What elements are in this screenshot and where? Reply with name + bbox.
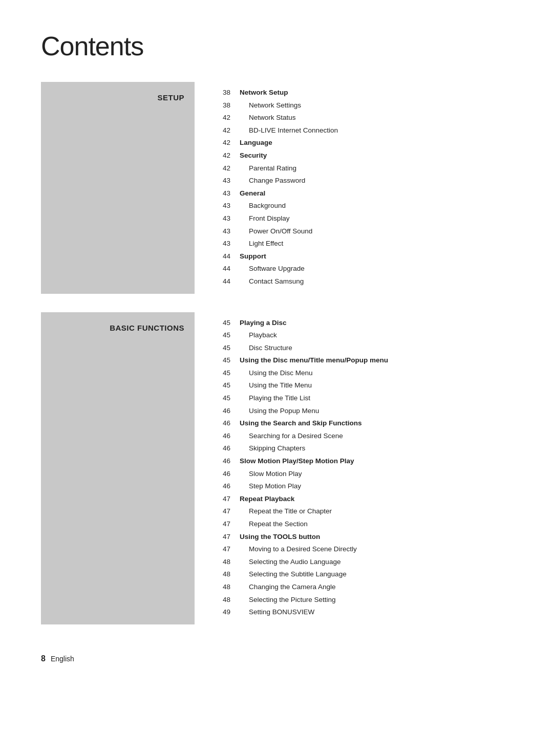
toc-row: 49Setting BONUSVIEW [210, 607, 512, 618]
toc-row: 43Power On/Off Sound [210, 226, 512, 237]
toc-row: 42Language [210, 137, 512, 148]
toc-title: Selecting the Picture Setting [240, 594, 336, 606]
toc-title: Setting BONUSVIEW [240, 607, 314, 618]
section-label-setup: SETUP [157, 91, 184, 102]
toc-title: Power On/Off Sound [240, 226, 312, 237]
toc-title: Contact Samsung [240, 276, 304, 287]
toc-page-number: 43 [210, 213, 230, 224]
toc-title: Change Password [240, 175, 305, 186]
toc-page-number: 48 [210, 556, 230, 568]
toc-row: 48Selecting the Subtitle Language [210, 569, 512, 580]
section-label-col-setup: SETUP [41, 82, 195, 294]
toc-row: 43Light Effect [210, 238, 512, 249]
page-title: Contents [41, 31, 512, 61]
toc-title: Repeat the Section [240, 519, 308, 530]
toc-row: 45Disc Structure [210, 342, 512, 354]
toc-title: Software Upgrade [240, 263, 305, 274]
toc-page-number: 47 [210, 531, 230, 543]
toc-row: 43General [210, 188, 512, 199]
toc-row: 45Playing a Disc [210, 317, 512, 329]
toc-page-number: 47 [210, 519, 230, 530]
toc-title: Skipping Chapters [240, 443, 305, 454]
toc-row: 46Searching for a Desired Scene [210, 430, 512, 442]
toc-title: General [240, 188, 265, 199]
toc-row: 44Software Upgrade [210, 263, 512, 274]
toc-title: Selecting the Audio Language [240, 556, 341, 568]
toc-title: Security [240, 150, 267, 161]
toc-row: 43Front Display [210, 213, 512, 224]
section-content-setup: 38Network Setup38Network Settings42Netwo… [195, 82, 512, 294]
toc-page-number: 48 [210, 569, 230, 580]
toc-row: 46Step Motion Play [210, 481, 512, 492]
toc-row: 42Parental Rating [210, 163, 512, 174]
toc-title: Disc Structure [240, 342, 292, 354]
toc-page-number: 47 [210, 544, 230, 555]
toc-row: 42Network Status [210, 112, 512, 123]
toc-title: Moving to a Desired Scene Directly [240, 544, 357, 555]
toc-title: Using the Disc menu/Title menu/Popup men… [240, 355, 388, 366]
footer: 8 English [41, 649, 512, 663]
toc-row: 38Network Settings [210, 100, 512, 111]
toc-title: Front Display [240, 213, 290, 224]
toc-page-number: 45 [210, 317, 230, 329]
toc-row: 45Playback [210, 330, 512, 341]
toc-title: Using the Disc Menu [240, 368, 313, 379]
toc-title: Selecting the Subtitle Language [240, 569, 347, 580]
toc-row: 42BD-LIVE Internet Connection [210, 125, 512, 136]
toc-row: 43Background [210, 200, 512, 211]
toc-title: Changing the Camera Angle [240, 581, 336, 593]
toc-page-number: 45 [210, 330, 230, 341]
toc-row: 45Using the Disc menu/Title menu/Popup m… [210, 355, 512, 366]
toc-page-number: 46 [210, 418, 230, 429]
toc-page-number: 44 [210, 276, 230, 287]
toc-title: Slow Motion Play [240, 468, 302, 480]
toc-title: Playing the Title List [240, 393, 310, 404]
toc-page-number: 48 [210, 594, 230, 606]
toc-row: 47Repeat the Title or Chapter [210, 506, 512, 517]
toc-page-number: 38 [210, 87, 230, 98]
toc-title: Using the Popup Menu [240, 405, 319, 417]
toc-title: Support [240, 251, 266, 262]
toc-row: 45Playing the Title List [210, 393, 512, 404]
toc-page-number: 46 [210, 481, 230, 492]
toc-title: Network Settings [240, 100, 301, 111]
section-setup: SETUP38Network Setup38Network Settings42… [41, 82, 512, 294]
toc-page-number: 42 [210, 150, 230, 161]
toc-row: 45Using the Disc Menu [210, 368, 512, 379]
section-label-col-basic-functions: BASIC FUNCTIONS [41, 312, 195, 624]
toc-page-number: 46 [210, 405, 230, 417]
section-label-basic-functions: BASIC FUNCTIONS [110, 321, 184, 332]
toc-page-number: 46 [210, 468, 230, 480]
toc-title: Repeat Playback [240, 493, 294, 505]
toc-title: Using the Search and Skip Functions [240, 418, 362, 429]
toc-title: BD-LIVE Internet Connection [240, 125, 338, 136]
toc-title: Step Motion Play [240, 481, 301, 492]
toc-page-number: 45 [210, 342, 230, 354]
toc-page-number: 43 [210, 188, 230, 199]
toc-title: Language [240, 137, 272, 148]
toc-row: 46Using the Popup Menu [210, 405, 512, 417]
toc-page-number: 43 [210, 175, 230, 186]
toc-page-number: 46 [210, 430, 230, 442]
toc-page-number: 43 [210, 200, 230, 211]
toc-row: 46Slow Motion Play [210, 468, 512, 480]
toc-page-number: 45 [210, 355, 230, 366]
toc-title: Network Setup [240, 87, 288, 98]
toc-row: 48Selecting the Picture Setting [210, 594, 512, 606]
toc-page-number: 45 [210, 380, 230, 391]
toc-row: 42Security [210, 150, 512, 161]
toc-row: 45Using the Title Menu [210, 380, 512, 391]
toc-page-number: 49 [210, 607, 230, 618]
toc-page-number: 45 [210, 368, 230, 379]
footer-page-number: 8 [41, 654, 46, 663]
toc-title: Background [240, 200, 286, 211]
toc-title: Network Status [240, 112, 296, 123]
toc-page-number: 42 [210, 137, 230, 148]
toc-page-number: 47 [210, 493, 230, 505]
toc-page-number: 46 [210, 443, 230, 454]
section-content-basic-functions: 45Playing a Disc45Playback45Disc Structu… [195, 312, 512, 624]
toc-row: 44Contact Samsung [210, 276, 512, 287]
toc-page-number: 43 [210, 226, 230, 237]
toc-row: 47Using the TOOLS button [210, 531, 512, 543]
toc-page-number: 48 [210, 581, 230, 593]
